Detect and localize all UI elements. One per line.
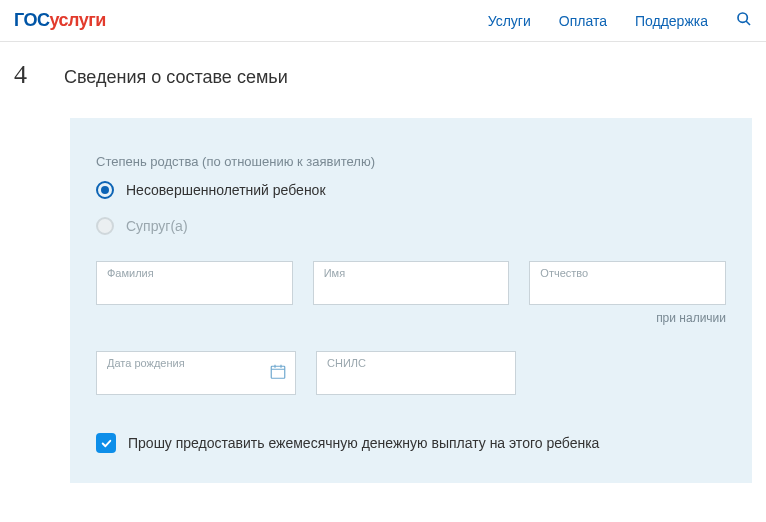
calendar-icon[interactable]	[269, 363, 287, 384]
nav-payment[interactable]: Оплата	[559, 13, 607, 29]
name-inputs-row: Фамилия Имя Отчество	[96, 261, 726, 305]
snils-field[interactable]: СНИЛС	[316, 351, 516, 395]
radio-spouse-row: Супруг(а)	[96, 217, 726, 235]
patronymic-field[interactable]: Отчество	[529, 261, 726, 305]
name-field[interactable]: Имя	[313, 261, 510, 305]
surname-label: Фамилия	[107, 267, 154, 279]
patronymic-hint: при наличии	[96, 311, 726, 325]
header: госуслуги Услуги Оплата Поддержка	[0, 0, 766, 42]
step-number: 4	[14, 60, 40, 90]
patronymic-label: Отчество	[540, 267, 588, 279]
radio-child[interactable]	[96, 181, 114, 199]
name-input[interactable]	[324, 268, 499, 298]
payment-checkbox-label: Прошу предоставить ежемесячную денежную …	[128, 435, 599, 451]
radio-child-row[interactable]: Несовершеннолетний ребенок	[96, 181, 726, 199]
relationship-label: Степень родства (по отношению к заявител…	[96, 154, 726, 169]
surname-field[interactable]: Фамилия	[96, 261, 293, 305]
radio-child-label: Несовершеннолетний ребенок	[126, 182, 326, 198]
radio-spouse	[96, 217, 114, 235]
name-label: Имя	[324, 267, 345, 279]
logo-post: услуги	[49, 10, 105, 30]
snils-label: СНИЛС	[327, 357, 366, 369]
section: 4 Сведения о составе семьи Степень родст…	[0, 42, 766, 483]
svg-line-1	[746, 21, 750, 25]
extra-inputs-row: Дата рождения	[96, 351, 726, 395]
nav-support[interactable]: Поддержка	[635, 13, 708, 29]
svg-rect-2	[271, 366, 285, 378]
payment-checkbox-row[interactable]: Прошу предоставить ежемесячную денежную …	[96, 433, 726, 453]
payment-checkbox[interactable]	[96, 433, 116, 453]
section-head: 4 Сведения о составе семьи	[14, 60, 752, 90]
form-panel: Степень родства (по отношению к заявител…	[70, 118, 752, 483]
birthdate-field[interactable]: Дата рождения	[96, 351, 296, 395]
section-title: Сведения о составе семьи	[64, 67, 288, 88]
svg-point-0	[738, 13, 747, 22]
search-icon[interactable]	[736, 11, 752, 30]
logo: госуслуги	[14, 10, 106, 31]
birthdate-label: Дата рождения	[107, 357, 185, 369]
nav-services[interactable]: Услуги	[488, 13, 531, 29]
radio-spouse-label: Супруг(а)	[126, 218, 188, 234]
top-nav: Услуги Оплата Поддержка	[488, 11, 752, 30]
logo-pre: гос	[14, 10, 49, 30]
